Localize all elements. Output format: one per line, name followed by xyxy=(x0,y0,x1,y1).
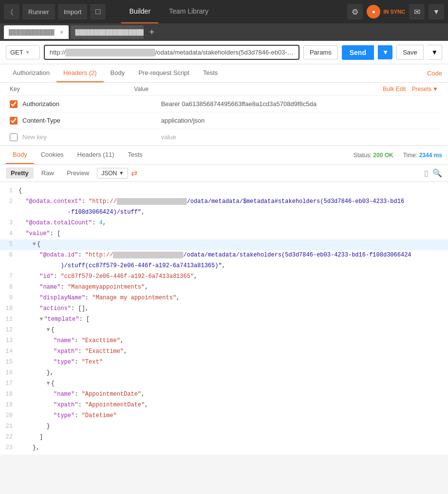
format-selected-label: JSON xyxy=(101,170,117,177)
header-new-value[interactable]: value xyxy=(161,133,438,141)
headers-tab[interactable]: Headers (2) xyxy=(56,64,104,82)
url-input[interactable]: http://████████████████████/odata/metada… xyxy=(44,45,299,60)
json-line-4: 4 "value": [ xyxy=(0,229,448,239)
json-line-22: 22 ] xyxy=(0,432,448,443)
time-value: 2344 ms xyxy=(419,152,442,159)
format-pretty-tab[interactable]: Pretty xyxy=(6,167,34,179)
wrap-lines-icon[interactable]: ⇄ xyxy=(131,168,137,178)
header-row: Content-Type application/json xyxy=(6,112,442,129)
body-tab[interactable]: Body xyxy=(104,64,132,82)
json-line-13: 13 "name": "Exacttime", xyxy=(0,336,448,347)
request-tabs-bar: ████████████ ✕ ████████████████████ ✕ + xyxy=(0,23,448,41)
request-tab-1-label: ████████████ xyxy=(9,29,55,35)
method-label: GET xyxy=(10,49,23,56)
pre-request-tab[interactable]: Pre-request Script xyxy=(131,64,196,82)
params-button[interactable]: Params xyxy=(303,45,338,59)
send-button[interactable]: Send xyxy=(342,45,374,60)
header-value-1: Bearer 0a613856874495663ffae8a1cd3a5708d… xyxy=(161,100,438,108)
presets-chevron-icon: ▼ xyxy=(432,86,438,92)
header-new-key[interactable]: New key xyxy=(22,133,161,141)
time-label: Time: 2344 ms xyxy=(403,152,442,159)
json-line-14: 14 "xpath": "Exacttime", xyxy=(0,347,448,357)
response-body-tab[interactable]: Body xyxy=(6,146,34,164)
url-blurred-part: ████████████████████ xyxy=(66,49,155,56)
header-key-1: Authorization xyxy=(22,100,161,108)
search-icon[interactable]: 🔍 xyxy=(432,168,442,178)
new-request-icon[interactable]: □ xyxy=(90,4,106,19)
url-row: GET ▼ http://████████████████████/odata/… xyxy=(6,45,442,60)
response-headers-tab[interactable]: Headers (11) xyxy=(71,146,121,164)
sidebar-toggle-button[interactable]: 〈 xyxy=(4,4,19,19)
method-dropdown-icon: ▼ xyxy=(25,50,30,55)
json-line-9: 9 "displayName": "Manage my appointments… xyxy=(0,293,448,304)
request-tab-2[interactable]: ████████████████████ ✕ xyxy=(71,25,144,39)
body-format-bar: Pretty Raw Preview JSON ▼ ⇄ ▯ 🔍 xyxy=(0,165,448,182)
json-line-1: 1 { xyxy=(0,186,448,197)
json-line-3: 3 "@odata.totalCount": 4, xyxy=(0,218,448,229)
json-line-6: 6 "@odata.id": "http://█████████████████… xyxy=(0,250,448,261)
team-library-tab[interactable]: Team Library xyxy=(161,0,216,23)
header-key-col: Key xyxy=(10,86,134,92)
format-raw-tab[interactable]: Raw xyxy=(37,167,59,179)
json-line-16: 16 }, xyxy=(0,368,448,379)
builder-tab[interactable]: Builder xyxy=(121,0,158,23)
response-tabs-bar: Body Cookies Headers (11) Tests Status: … xyxy=(0,146,448,165)
format-chevron-icon: ▼ xyxy=(119,170,124,176)
new-tab-button[interactable]: + xyxy=(146,27,159,37)
tests-tab[interactable]: Tests xyxy=(196,64,224,82)
code-link[interactable]: Code xyxy=(427,65,442,82)
status-value: 200 OK xyxy=(373,152,393,159)
json-line-12: 12 ▼{ xyxy=(0,325,448,336)
json-line-10: 10 "actions": [], xyxy=(0,304,448,314)
bell-icon[interactable]: ✉ xyxy=(409,4,425,19)
save-button[interactable]: Save xyxy=(396,45,424,60)
chevron-down-icon[interactable]: ▼ xyxy=(429,4,444,19)
copy-icon[interactable]: ▯ xyxy=(424,168,429,178)
method-select[interactable]: GET ▼ xyxy=(6,45,40,59)
json-line-11: 11 ▼"template": [ xyxy=(0,314,448,325)
url-path-part: /odata/metadata/stakeholders(5d3d7846-eb… xyxy=(155,49,299,56)
format-select[interactable]: JSON ▼ xyxy=(97,168,128,179)
body-action-icons: ▯ 🔍 xyxy=(424,168,442,178)
header-value-2: application/json xyxy=(161,117,438,124)
headers-table: Key Value Bulk Edit Presets ▼ Authorizat… xyxy=(0,83,448,146)
auth-tab[interactable]: Authorization xyxy=(6,64,56,82)
url-http-prefix: http:// xyxy=(50,49,66,56)
import-tab[interactable]: Import xyxy=(58,4,88,19)
save-dropdown-button[interactable]: ▼ xyxy=(428,45,442,60)
runner-tab[interactable]: Runner xyxy=(22,4,55,19)
json-line-23: 23 }, xyxy=(0,443,448,454)
interceptor-icon[interactable]: ⚙ xyxy=(347,4,363,19)
header-checkbox-1[interactable] xyxy=(10,100,18,108)
header-value-col: Value xyxy=(134,86,383,92)
close-tab-1-icon[interactable]: ✕ xyxy=(59,29,64,36)
status-label: Status: 200 OK xyxy=(354,152,393,159)
send-dropdown-button[interactable]: ▼ xyxy=(378,45,392,59)
header-new-row: New key value xyxy=(6,129,442,146)
json-line-19: 19 "xpath": "AppointmentDate", xyxy=(0,400,448,411)
sync-dot-icon: ● xyxy=(367,5,380,18)
bulk-edit-button[interactable]: Bulk Edit xyxy=(383,86,406,92)
header-checkbox-new[interactable] xyxy=(10,133,18,141)
header-row: Authorization Bearer 0a613856874495663ff… xyxy=(6,96,442,112)
request-area: GET ▼ http://████████████████████/odata/… xyxy=(0,41,448,64)
format-preview-tab[interactable]: Preview xyxy=(62,167,94,179)
response-status-area: Status: 200 OK Time: 2344 ms xyxy=(354,152,442,159)
top-nav: 〈 Runner Import □ Builder Team Library ⚙… xyxy=(0,0,448,23)
json-line-17: 17 ▼{ xyxy=(0,379,448,389)
presets-button[interactable]: Presets ▼ xyxy=(411,86,438,92)
json-line-18: 18 "name": "AppointmentDate", xyxy=(0,389,448,400)
json-line-20: 20 "type": "Datetime" xyxy=(0,411,448,421)
sync-badge: ● IN SYNC xyxy=(367,5,405,18)
json-response-body: 1 { 2 "@odata.context": "http://████████… xyxy=(0,182,448,455)
json-line-2b: -f108d3066424)/stuff", xyxy=(0,207,448,218)
header-checkbox-2[interactable] xyxy=(10,117,18,125)
json-line-15: 15 "type": "Text" xyxy=(0,357,448,368)
json-line-8: 8 "name": "Managemyappointments", xyxy=(0,282,448,293)
response-tests-tab[interactable]: Tests xyxy=(121,146,149,164)
headers-table-header: Key Value Bulk Edit Presets ▼ xyxy=(6,83,442,96)
request-tab-1[interactable]: ████████████ ✕ xyxy=(4,25,69,39)
response-cookies-tab[interactable]: Cookies xyxy=(34,146,71,164)
request-tab-2-label: ████████████████████ xyxy=(75,29,144,35)
json-line-6b: )/stuff(cc87f579-2e06-446f-a192-6a7413a8… xyxy=(0,261,448,272)
